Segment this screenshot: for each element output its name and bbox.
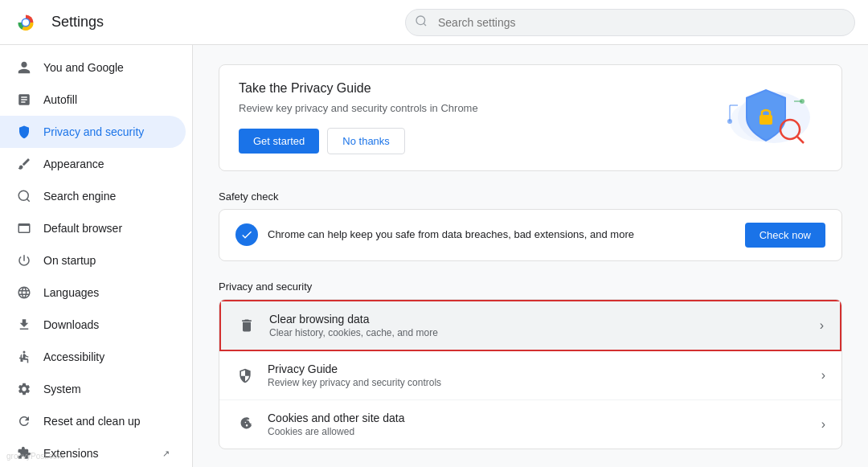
power-icon [16,252,32,268]
sidebar-item-label: Reset and clean up [43,415,170,428]
svg-line-13 [797,137,804,143]
privacy-guide-card: Take the Privacy Guide Review key privac… [219,64,842,171]
sidebar-item-search-engine[interactable]: Search engine [0,180,186,212]
brush-icon [16,156,32,172]
sidebar-item-label: System [43,383,170,395]
cookies-row-title: Cookies and other site data [268,412,809,424]
sidebar-item-label: You and Google [43,61,170,74]
svg-point-16 [727,119,732,124]
download-icon [16,317,32,333]
sidebar-item-on-startup[interactable]: On startup [0,244,186,277]
clear-browsing-data-row[interactable]: Clear browsing data Clear history, cooki… [219,300,841,351]
svg-point-2 [23,19,29,26]
svg-point-5 [18,190,28,200]
sidebar-item-languages[interactable]: Languages [0,277,186,309]
privacy-guide-desc: Review key privacy and security controls… [239,100,697,117]
main-content: Take the Privacy Guide Review key privac… [193,45,868,467]
search-bar[interactable] [405,9,855,36]
privacy-guide-icon [235,366,255,385]
sidebar-item-accessibility[interactable]: Accessibility [0,341,186,373]
safety-check-section-title: Safety check [219,190,842,203]
svg-line-6 [27,199,29,201]
svg-point-7 [23,351,26,354]
privacy-guide-image [710,81,822,154]
chevron-right-icon: › [820,318,824,333]
privacy-guide-row[interactable]: Privacy Guide Review key privacy and sec… [219,351,841,400]
privacy-guide-row-desc: Review key privacy and security controls [268,377,809,388]
sidebar-item-label: Autofill [43,93,170,106]
svg-point-3 [416,16,425,25]
safety-check-icon [235,223,258,246]
clear-browsing-data-desc: Clear history, cookies, cache, and more [269,327,807,338]
document-icon [16,92,32,108]
cookie-icon [235,415,255,434]
safety-check-card: Chrome can help keep you safe from data … [219,209,842,261]
sidebar: You and Google Autofill Privacy and secu… [0,45,193,467]
privacy-guide-title: Take the Privacy Guide [239,81,697,96]
header: Settings [0,0,868,45]
clear-browsing-data-text: Clear browsing data Clear history, cooki… [269,313,807,338]
search-input[interactable] [405,9,855,36]
settings-list: Clear browsing data Clear history, cooki… [219,299,842,449]
get-started-button[interactable]: Get started [239,129,319,154]
sidebar-item-label: Accessibility [43,350,170,363]
search-icon [415,14,428,31]
sidebar-item-downloads[interactable]: Downloads [0,309,186,341]
sidebar-item-reset-and-clean-up[interactable]: Reset and clean up [0,405,186,437]
trash-icon [237,316,256,335]
check-now-button[interactable]: Check now [745,223,825,248]
sidebar-item-you-and-google[interactable]: You and Google [0,51,186,84]
search-icon [16,188,32,204]
sidebar-item-privacy-and-security[interactable]: Privacy and security [0,116,186,148]
privacy-guide-row-title: Privacy Guide [268,363,809,375]
sidebar-item-label: On startup [43,254,170,267]
sidebar-item-appearance[interactable]: Appearance [0,148,186,180]
page-title: Settings [51,14,104,31]
sidebar-item-label: Default browser [43,222,170,235]
accessibility-icon [16,349,32,365]
reset-icon [16,413,32,429]
clear-browsing-data-title: Clear browsing data [269,313,807,326]
sidebar-item-system[interactable]: System [0,373,186,405]
privacy-security-section: Privacy and security Clear browsing data… [219,281,842,449]
privacy-guide-text: Take the Privacy Guide Review key privac… [239,81,697,154]
sidebar-item-default-browser[interactable]: Default browser [0,212,186,244]
sidebar-item-label: Languages [43,286,170,299]
privacy-guide-row-text: Privacy Guide Review key privacy and sec… [268,363,809,388]
system-icon [16,381,32,397]
external-link-icon: ↗ [162,449,170,459]
globe-icon [16,285,32,301]
sidebar-item-autofill[interactable]: Autofill [0,84,186,116]
sidebar-item-label: Appearance [43,158,170,170]
chevron-right-icon: › [821,368,825,383]
svg-point-18 [800,99,805,104]
chrome-logo [13,10,39,35]
sidebar-item-label: Search engine [43,190,170,203]
main-layout: You and Google Autofill Privacy and secu… [0,45,868,467]
chevron-right-icon: › [821,417,825,432]
watermark: groovyPost.com [6,452,64,461]
cookies-row[interactable]: Cookies and other site data Cookies are … [219,400,841,449]
cookies-row-desc: Cookies are allowed [268,426,809,437]
annotation-arrow [193,45,203,96]
cookies-row-text: Cookies and other site data Cookies are … [268,412,809,437]
safety-check-description: Chrome can help keep you safe from data … [268,227,735,243]
sidebar-item-label: Downloads [43,318,170,331]
svg-line-4 [424,23,426,26]
privacy-guide-actions: Get started No thanks [239,128,697,154]
privacy-security-section-title: Privacy and security [219,281,842,293]
shield-icon [16,124,32,140]
browser-icon [16,220,32,236]
sidebar-item-label: Privacy and security [43,125,170,138]
person-icon [16,59,32,76]
no-thanks-button[interactable]: No thanks [327,128,405,154]
svg-rect-11 [760,115,772,125]
